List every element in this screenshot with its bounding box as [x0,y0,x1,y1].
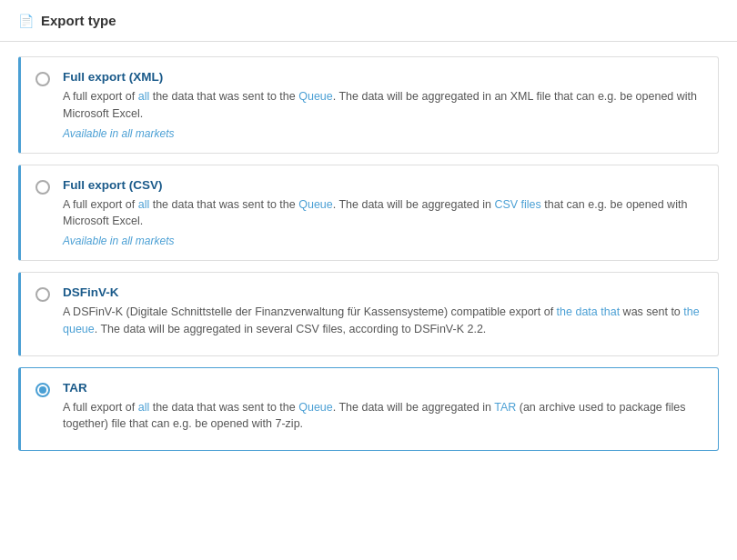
option-title-tar: TAR [63,381,703,395]
option-content-xml: Full export (XML)A full export of all th… [63,70,703,140]
option-description-dsfinvk: A DSFinV-K (Digitale Schnittstelle der F… [63,304,703,338]
option-title-dsfinvk: DSFinV-K [63,285,703,299]
option-availability-xml: Available in all markets [63,127,703,140]
option-content-tar: TARA full export of all the data that wa… [63,381,703,438]
radio-btn-csv[interactable] [35,180,50,195]
section-header: 📄 Export type [0,0,737,42]
radio-tar[interactable] [35,383,50,397]
option-description-csv: A full export of all the data that was s… [63,196,703,231]
page-container: 📄 Export type Full export (XML)A full ex… [0,0,737,560]
option-description-xml: A full export of all the data that was s… [63,88,703,123]
radio-dsfinvk[interactable] [35,287,50,302]
option-availability-csv: Available in all markets [63,235,703,247]
option-card-dsfinvk[interactable]: DSFinV-KA DSFinV-K (Digitale Schnittstel… [18,272,719,356]
option-card-tar[interactable]: TARA full export of all the data that wa… [18,367,719,452]
option-card-csv[interactable]: Full export (CSV)A full export of all th… [18,165,719,262]
option-title-csv: Full export (CSV) [63,178,703,192]
radio-xml[interactable] [35,72,50,86]
option-card-xml[interactable]: Full export (XML)A full export of all th… [18,56,719,154]
option-content-dsfinvk: DSFinV-KA DSFinV-K (Digitale Schnittstel… [63,285,703,343]
option-description-tar: A full export of all the data that was s… [63,399,703,434]
export-type-icon: 📄 [18,14,34,28]
options-container: Full export (XML)A full export of all th… [0,42,737,465]
radio-btn-tar[interactable] [35,383,50,397]
option-title-xml: Full export (XML) [63,70,703,84]
radio-dot-tar [39,386,46,394]
section-title: Export type [41,13,116,28]
option-content-csv: Full export (CSV)A full export of all th… [63,178,703,248]
radio-csv[interactable] [35,180,50,195]
radio-btn-dsfinvk[interactable] [35,287,50,302]
radio-btn-xml[interactable] [35,72,50,86]
